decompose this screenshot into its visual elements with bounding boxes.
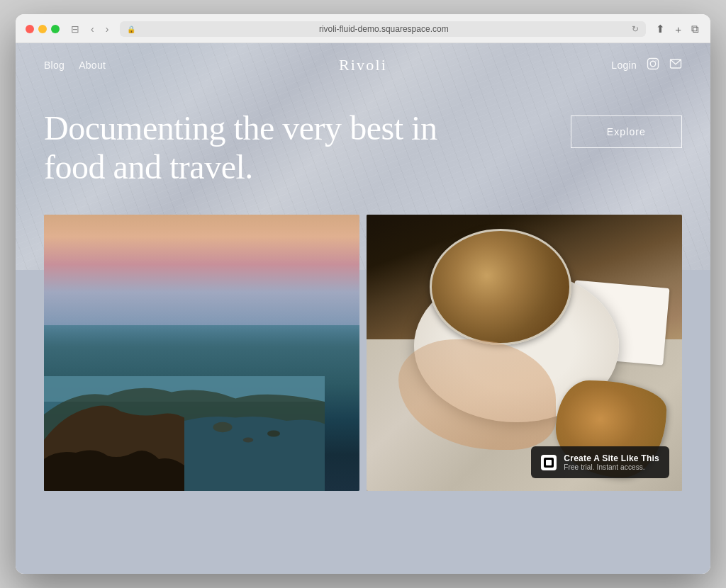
svg-point-8 (243, 438, 253, 443)
badge-text: Create A Site Like This Free trial. Inst… (564, 453, 659, 471)
food-coffee-cup (430, 229, 571, 345)
navigation: Blog About Rivoli Login (16, 43, 710, 87)
svg-point-1 (650, 61, 656, 67)
sidebar-toggle-button[interactable]: ⊟ (68, 22, 82, 36)
squarespace-logo-inner (544, 458, 554, 468)
badge-title: Create A Site Like This (564, 453, 659, 463)
squarespace-badge[interactable]: Create A Site Like This Free trial. Inst… (531, 446, 669, 478)
email-icon[interactable] (669, 57, 682, 73)
lock-icon: 🔒 (127, 26, 135, 33)
svg-point-2 (655, 60, 657, 62)
forward-button[interactable]: › (103, 22, 112, 36)
food-image-card: Create A Site Like This Free trial. Inst… (367, 215, 682, 491)
browser-chrome: ⊟ ‹ › 🔒 rivoli-fluid-demo.squarespace.co… (16, 14, 710, 43)
nav-right: Login (469, 57, 682, 73)
login-nav-link[interactable]: Login (611, 60, 637, 71)
instagram-icon[interactable] (647, 57, 659, 73)
svg-rect-0 (648, 59, 659, 69)
minimize-button[interactable] (38, 25, 47, 33)
maximize-button[interactable] (51, 25, 60, 33)
reload-button[interactable]: ↻ (632, 24, 639, 34)
address-bar[interactable]: 🔒 rivoli-fluid-demo.squarespace.com ↻ (120, 21, 646, 37)
svg-point-7 (267, 431, 280, 437)
squarespace-logo-icon (541, 455, 557, 470)
explore-button[interactable]: Explore (571, 115, 682, 148)
coastal-image (44, 215, 359, 491)
website-content: Blog About Rivoli Login (16, 43, 710, 574)
browser-window: ⊟ ‹ › 🔒 rivoli-fluid-demo.squarespace.co… (16, 14, 710, 574)
share-button[interactable]: ⬆ (654, 21, 666, 37)
svg-point-6 (213, 422, 233, 432)
coastal-image-card (44, 215, 359, 491)
nav-center: Rivoli (257, 56, 469, 74)
badge-subtitle: Free trial. Instant access. (564, 463, 659, 471)
traffic-lights (26, 25, 60, 33)
site-title[interactable]: Rivoli (339, 56, 387, 74)
coastal-cliffs-svg (44, 325, 325, 491)
coastal-sky (44, 215, 359, 325)
new-tab-button[interactable]: + (674, 22, 683, 37)
browser-controls: ⊟ ‹ › (68, 22, 111, 36)
back-button[interactable]: ‹ (88, 22, 97, 36)
browser-actions: ⬆ + ⧉ (654, 21, 700, 37)
hero-section: Documenting the very best in food and tr… (16, 87, 710, 215)
hero-headline: Documenting the very best in food and tr… (44, 108, 441, 186)
images-section: Create A Site Like This Free trial. Inst… (16, 215, 710, 574)
duplicate-tab-button[interactable]: ⧉ (690, 21, 700, 37)
about-nav-link[interactable]: About (79, 60, 106, 71)
url-text: rivoli-fluid-demo.squarespace.com (140, 24, 627, 34)
blog-nav-link[interactable]: Blog (44, 60, 65, 71)
nav-left: Blog About (44, 60, 257, 71)
close-button[interactable] (26, 25, 34, 33)
